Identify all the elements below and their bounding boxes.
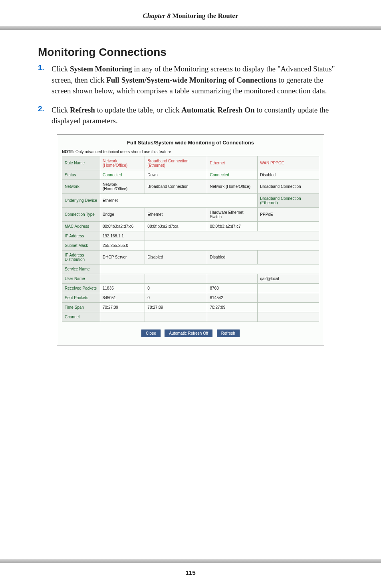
cell: 0: [145, 293, 207, 302]
table-row: Received Packets1183508760: [62, 283, 319, 293]
cell[interactable]: Broadband Connection (Ethernet): [145, 156, 207, 170]
cell: Bridge: [100, 207, 145, 221]
chapter-label: Chapter 8: [143, 12, 171, 20]
table-row: StatusConnectedDownConnectedDisabled: [62, 170, 319, 180]
row-label: Received Packets: [62, 283, 100, 293]
cell: qa2@local: [258, 274, 319, 283]
row-label: Channel: [62, 312, 100, 322]
cell: [145, 274, 207, 283]
table-row: Subnet Mask255.255.255.0: [62, 241, 319, 250]
cell: [258, 221, 319, 231]
step-1: 1. Click System Monitoring in any of the…: [38, 63, 343, 97]
step-text: Click System Monitoring in any of the Mo…: [52, 63, 343, 97]
section-heading: Monitoring Connections: [38, 46, 343, 59]
cell: 192.168.1.1: [100, 231, 145, 241]
cell: [207, 312, 258, 322]
text-bold: Automatic Refresh On: [181, 106, 254, 114]
cell: Broadband Connection: [145, 180, 207, 193]
row-label: MAC Address: [62, 221, 100, 231]
cell: 00:0f:b3:a2:d7:c7: [207, 221, 258, 231]
cell: 70:27:09: [100, 302, 145, 312]
header-divider: [0, 26, 381, 30]
row-label: IP Address: [62, 231, 100, 241]
table-row: Channel: [62, 312, 319, 322]
cell: 8760: [207, 283, 258, 293]
text-bold: System Monitoring: [70, 65, 132, 73]
cell: Disabled: [258, 170, 319, 180]
cell[interactable]: Ethernet: [207, 156, 258, 170]
text-part: Click: [52, 106, 70, 114]
cell: 11835: [100, 283, 145, 293]
text-part: Click: [52, 65, 70, 73]
cell: 614542: [207, 293, 258, 302]
cell[interactable]: WAN PPPOE: [258, 156, 319, 170]
cell: Down: [145, 170, 207, 180]
cell: 70:27:09: [145, 302, 207, 312]
cell: 70:27:09: [207, 302, 258, 312]
cell: Network (Home/Office): [207, 180, 258, 193]
row-label: Status: [62, 170, 100, 180]
cell: Disabled: [145, 250, 207, 264]
refresh-button[interactable]: Refresh: [217, 330, 240, 337]
row-label: IP Address Distribution: [62, 250, 100, 264]
footer-divider: [0, 559, 381, 563]
text-part: to update the table, or click: [95, 106, 181, 114]
button-row: Close Automatic Refresh Off Refresh: [62, 329, 319, 337]
row-label: User Name: [62, 274, 100, 283]
row-label: Subnet Mask: [62, 241, 100, 250]
note-text: Only advanced technical users should use…: [74, 150, 171, 154]
cell: [258, 250, 319, 264]
row-label: Underlying Device: [62, 193, 100, 207]
cell: Ethernet: [145, 207, 207, 221]
close-button[interactable]: Close: [141, 330, 161, 337]
cell: Broadband Connection (Ethernet): [258, 193, 319, 207]
cell: [207, 274, 258, 283]
screenshot-note: NOTE: Only advanced technical users shou…: [62, 150, 319, 154]
table-row: IP Address DistributionDHCP ServerDisabl…: [62, 250, 319, 264]
table-row: MAC Address00:0f:b3:a2:d7:c600:0f:b3:a2:…: [62, 221, 319, 231]
cell: 0: [145, 283, 207, 293]
cell: [258, 302, 319, 312]
cell: [100, 264, 319, 274]
header: Chapter 8 Monitoring the Router: [0, 0, 381, 26]
table-row: NetworkNetwork (Home/Office)Broadband Co…: [62, 180, 319, 193]
table-row: Connection TypeBridgeEthernetHardware Et…: [62, 207, 319, 221]
cell: 255.255.255.0: [100, 241, 145, 250]
table-row: Time Span70:27:0970:27:0970:27:09: [62, 302, 319, 312]
cell: 00:0f:b3:a2:d7:ca: [145, 221, 207, 231]
cell: DHCP Server: [100, 250, 145, 264]
step-text: Click Refresh to update the table, or cl…: [52, 105, 343, 126]
auto-refresh-button[interactable]: Automatic Refresh Off: [165, 330, 212, 337]
table-row: User Nameqa2@local: [62, 274, 319, 283]
cell[interactable]: Network (Home/Office): [100, 156, 145, 170]
cell: [100, 274, 145, 283]
cell: Broadband Connection: [258, 180, 319, 193]
note-label: NOTE:: [62, 150, 74, 154]
row-label: Time Span: [62, 302, 100, 312]
table-row: Sent Packets8450510614542: [62, 293, 319, 302]
connections-table: Rule NameNetwork (Home/Office)Broadband …: [62, 156, 319, 322]
step-number: 2.: [38, 105, 52, 126]
screenshot-panel: Full Status/System wide Monitoring of Co…: [57, 134, 324, 345]
cell: Connected: [207, 170, 258, 180]
chapter-title: Monitoring the Router: [171, 12, 238, 20]
cell: PPPoE: [258, 207, 319, 221]
cell: [258, 293, 319, 302]
cell: Connected: [100, 170, 145, 180]
cell: [258, 312, 319, 322]
cell: 00:0f:b3:a2:d7:c6: [100, 221, 145, 231]
row-label: Network: [62, 180, 100, 193]
content: Monitoring Connections 1. Click System M…: [0, 46, 381, 345]
screenshot-title: Full Status/System wide Monitoring of Co…: [62, 140, 319, 146]
text-bold: Refresh: [70, 106, 95, 114]
row-label: Sent Packets: [62, 293, 100, 302]
step-number: 1.: [38, 63, 52, 97]
cell: Hardware Ethernet Switch: [207, 207, 258, 221]
row-label: Service Name: [62, 264, 100, 274]
cell: 845051: [100, 293, 145, 302]
page-number: 115: [0, 569, 381, 576]
table-row: IP Address192.168.1.1: [62, 231, 319, 241]
cell: [145, 241, 319, 250]
table-row: Rule NameNetwork (Home/Office)Broadband …: [62, 156, 319, 170]
cell: [258, 283, 319, 293]
